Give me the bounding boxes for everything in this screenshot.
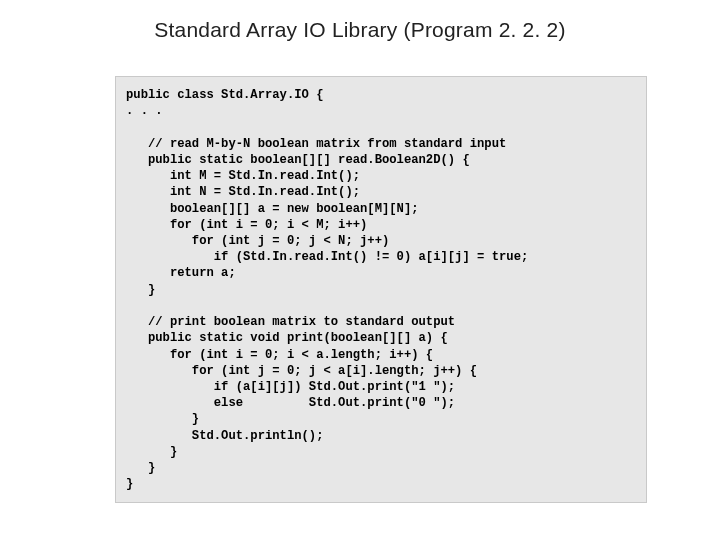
- code-line: int N = Std.In.read.Int();: [126, 185, 360, 199]
- page-title: Standard Array IO Library (Program 2. 2.…: [0, 0, 720, 42]
- code-line: }: [126, 412, 199, 426]
- code-line: else Std.Out.print("0 ");: [126, 396, 455, 410]
- code-line: boolean[][] a = new boolean[M][N];: [126, 202, 419, 216]
- code-line: }: [126, 477, 133, 491]
- slide-page: Standard Array IO Library (Program 2. 2.…: [0, 0, 720, 540]
- code-line: public static void print(boolean[][] a) …: [126, 331, 448, 345]
- code-line: return a;: [126, 266, 236, 280]
- code-line: . . .: [126, 104, 163, 118]
- code-line: for (int i = 0; i < a.length; i++) {: [126, 348, 433, 362]
- code-line: for (int j = 0; j < N; j++): [126, 234, 389, 248]
- code-line: if (a[i][j]) Std.Out.print("1 ");: [126, 380, 455, 394]
- code-line: // read M-by-N boolean matrix from stand…: [126, 137, 506, 151]
- code-line: }: [126, 461, 155, 475]
- code-line: for (int i = 0; i < M; i++): [126, 218, 367, 232]
- code-line: if (Std.In.read.Int() != 0) a[i][j] = tr…: [126, 250, 528, 264]
- code-line: // print boolean matrix to standard outp…: [126, 315, 455, 329]
- code-line: }: [126, 283, 155, 297]
- code-block: public class Std.Array.IO { . . . // rea…: [115, 76, 647, 503]
- code-line: public static boolean[][] read.Boolean2D…: [126, 153, 470, 167]
- code-line: Std.Out.println();: [126, 429, 323, 443]
- code-line: }: [126, 445, 177, 459]
- code-line: for (int j = 0; j < a[i].length; j++) {: [126, 364, 477, 378]
- code-line: int M = Std.In.read.Int();: [126, 169, 360, 183]
- code-line: public class Std.Array.IO {: [126, 88, 323, 102]
